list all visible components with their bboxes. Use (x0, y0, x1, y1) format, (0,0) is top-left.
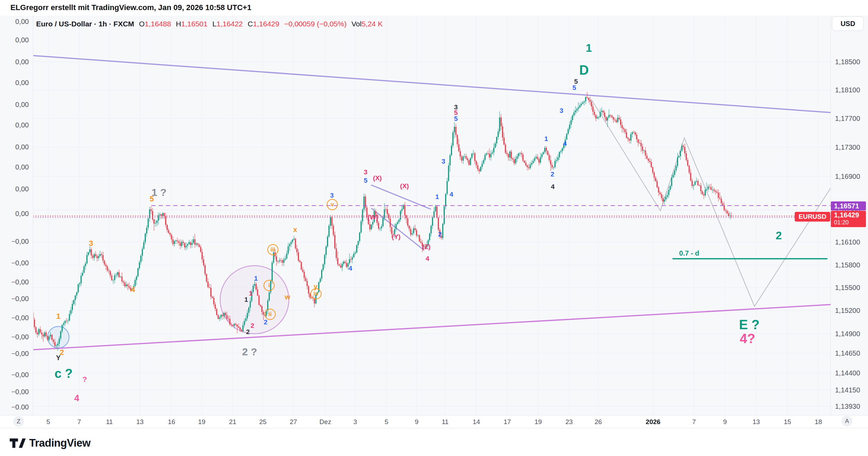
time-axis-label: 26 (594, 418, 602, 426)
wave-label[interactable]: 4? (740, 331, 755, 346)
tradingview-logo-text: TradingView (29, 437, 91, 449)
time-axis[interactable]: 5711131619212527Dez359111417192326202679… (0, 415, 868, 428)
time-axis-label: 16 (168, 418, 175, 426)
percent-axis-label: −0,00 (11, 350, 29, 358)
percent-axis-label: −0,00 (11, 259, 29, 267)
time-axis-label: 14 (473, 418, 480, 426)
wave-label[interactable]: 1 (244, 296, 248, 303)
time-axis-label: 3 (353, 418, 357, 426)
wave-label[interactable]: 4 (563, 140, 567, 147)
wave-label[interactable]: w (284, 293, 290, 301)
chart-canvas[interactable]: 12Yc ??43451 ?2 ?121212wxy3435(X)(X)(W)(… (0, 0, 868, 456)
wave-label[interactable]: 2 (438, 231, 442, 238)
wave-label[interactable]: 4 (426, 255, 429, 262)
wave-label[interactable]: 2 (776, 229, 782, 242)
left-axis-separator (33, 16, 33, 415)
wave-label[interactable]: 1 (586, 42, 592, 54)
wave-label[interactable]: 4 (551, 183, 555, 190)
price-axis-label: 1,18100 (835, 86, 860, 94)
ohlc-low: L1,16422 (212, 20, 243, 28)
wave-label[interactable]: 1 ? (151, 186, 166, 198)
percent-axis-label: 0,00 (15, 79, 29, 87)
wave-label[interactable]: E ? (739, 317, 759, 332)
wave-label[interactable]: (X) (373, 174, 382, 182)
price-axis-label: 1,16100 (835, 238, 860, 246)
wave-label[interactable]: 2 (264, 318, 268, 326)
time-axis-label: 13 (136, 418, 143, 426)
wave-label[interactable]: 1 (56, 312, 60, 321)
price-level-badge-purple: 1,16571 (831, 201, 866, 210)
wave-label[interactable]: 5 (364, 177, 368, 184)
percent-axis-label: 0,00 (15, 36, 29, 44)
percent-axis-label: −0,00 (11, 278, 29, 286)
wave-label[interactable]: 0.7 - d (679, 249, 699, 257)
price-axis-label: 1,14400 (835, 369, 860, 377)
scale-a-button[interactable]: A (842, 416, 852, 426)
wave-label[interactable]: 2 (246, 328, 250, 335)
wave-label[interactable]: (W) (368, 214, 378, 221)
wave-label[interactable]: 5 (573, 84, 576, 91)
time-axis-label: 11 (106, 418, 113, 426)
trend-line[interactable] (33, 305, 831, 350)
percent-axis-label: −0,00 (11, 238, 29, 246)
trend-line[interactable] (33, 56, 831, 113)
ohlc-high: H1,16501 (176, 20, 208, 28)
wave-label[interactable]: 1 (249, 290, 253, 297)
circled-wave-label: v (331, 201, 334, 208)
wave-label[interactable]: 3 (330, 192, 334, 199)
symbol-legend[interactable]: Euro / US-Dollar · 1h · FXCM O1,16488 H1… (36, 20, 383, 28)
wave-label[interactable]: 2 ? (242, 346, 257, 357)
percent-axis-label: 0,00 (15, 163, 29, 171)
time-axis-label: 23 (565, 418, 573, 426)
wave-label[interactable]: 4 (349, 265, 352, 272)
wave-label[interactable]: 5 (454, 115, 458, 122)
percent-axis-label: −0,00 (11, 333, 29, 341)
currency-toggle-button[interactable]: USD (832, 16, 864, 31)
circled-wave-label: ii (268, 311, 272, 317)
time-axis-label: 25 (259, 418, 266, 426)
wave-label[interactable]: 3 (364, 168, 368, 176)
time-axis-label: 17 (503, 418, 511, 426)
wave-label[interactable]: 4 (74, 393, 80, 403)
wave-label[interactable]: 4 (131, 285, 135, 294)
wave-label[interactable]: 1 (254, 275, 258, 282)
wave-label[interactable]: 3 (560, 107, 564, 114)
scale-z-button[interactable]: Z (13, 416, 24, 427)
time-axis-label: 9 (415, 418, 419, 426)
wave-label[interactable]: (Z) (422, 243, 431, 250)
percent-axis-label: −0,00 (11, 371, 29, 379)
price-axis-label: 1,13930 (835, 403, 860, 411)
time-axis-label: 21 (229, 418, 236, 426)
wave-label[interactable]: Y (56, 354, 61, 362)
wave-label[interactable]: 3 (442, 158, 445, 165)
wave-label[interactable]: 1 (435, 193, 439, 200)
wave-label[interactable]: y (314, 283, 318, 290)
wave-label[interactable]: 3 (89, 239, 93, 248)
price-axis-label: 1,14150 (835, 386, 860, 394)
last-price-badge: 1,16429 01:20 (831, 211, 866, 227)
wave-label[interactable]: (Y) (392, 233, 400, 240)
wave-label[interactable]: c ? (55, 366, 73, 381)
percent-axis-label: −0,00 (11, 295, 29, 303)
time-axis-label: 11 (442, 418, 449, 426)
wave-label[interactable]: (X) (400, 182, 409, 190)
wave-label[interactable]: 2 (251, 322, 254, 329)
projection-zigzag-line[interactable] (592, 100, 831, 306)
wave-label[interactable]: 2 (551, 171, 554, 178)
wave-label[interactable]: ? (82, 375, 87, 384)
time-axis-label: 9 (723, 418, 727, 426)
wave-label[interactable]: D (579, 63, 589, 77)
tradingview-logo[interactable]: TradingView (10, 437, 91, 449)
percent-axis-label: 0,00 (15, 143, 29, 151)
percent-price-axis[interactable]: 0,000,000,000,000,000,000,000,000,000,00… (0, 16, 33, 415)
time-axis-label: 5 (47, 418, 50, 426)
symbol-price-marker: EURUSD (795, 212, 830, 222)
ohlc-close: C1,16429 (248, 20, 279, 28)
symbol-title[interactable]: Euro / US-Dollar · 1h · FXCM (36, 20, 134, 28)
time-axis-label: Dez (319, 418, 331, 426)
time-axis-label: 7 (692, 418, 696, 426)
wave-label[interactable]: 1 (544, 135, 548, 142)
price-axis-label: 1,18500 (835, 58, 860, 66)
wave-label[interactable]: x (293, 226, 297, 233)
wave-label[interactable]: 4 (450, 191, 453, 198)
